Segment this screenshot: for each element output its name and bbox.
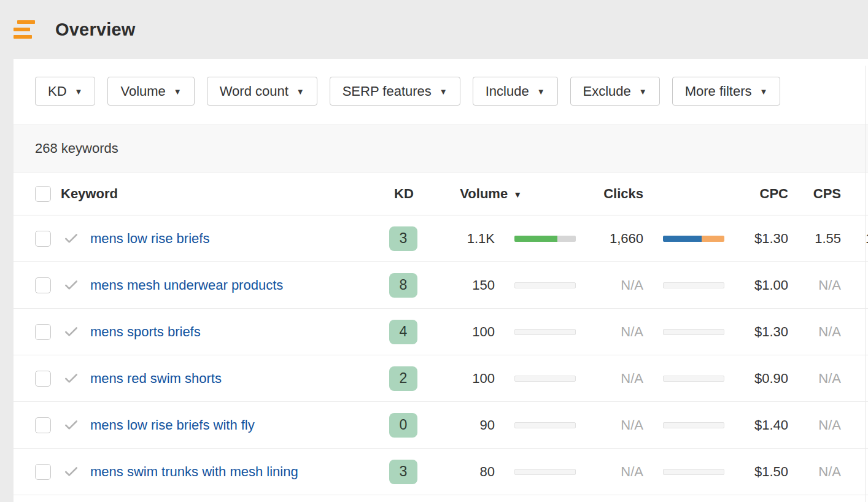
cps-value: N/A bbox=[788, 417, 841, 433]
keyword-link[interactable]: mens mesh underwear products bbox=[79, 277, 389, 293]
filter-button-label: Volume bbox=[120, 83, 165, 99]
clicks-bar-empty bbox=[663, 329, 724, 335]
clicks-bar-empty bbox=[663, 282, 724, 288]
cpc-value: $0.90 bbox=[724, 371, 788, 387]
volume-value: 1.1K bbox=[419, 231, 495, 247]
row-checkbox[interactable] bbox=[35, 324, 51, 340]
app-header: Overview bbox=[0, 0, 868, 59]
clicks-bar-empty bbox=[663, 422, 724, 428]
filter-button-word-count[interactable]: Word count▼ bbox=[207, 77, 317, 106]
filter-button-label: Exclude bbox=[583, 83, 631, 99]
filter-button-exclude[interactable]: Exclude▼ bbox=[570, 77, 660, 106]
volume-value: 150 bbox=[419, 277, 495, 293]
clipped-next-column-value: 1 bbox=[841, 231, 868, 247]
keyword-link[interactable]: mens low rise briefs bbox=[79, 231, 389, 247]
filter-button-more-filters[interactable]: More filters▼ bbox=[672, 77, 781, 106]
column-header-keyword[interactable]: Keyword bbox=[51, 186, 389, 202]
volume-bar-empty bbox=[514, 469, 576, 475]
keyword-link[interactable]: mens swim trunks with mesh lining bbox=[79, 464, 389, 480]
kd-badge: 0 bbox=[389, 413, 417, 438]
column-header-cps[interactable]: CPS bbox=[788, 186, 841, 202]
volume-bar-empty bbox=[514, 282, 576, 288]
volume-bar bbox=[514, 236, 576, 242]
row-checkbox[interactable] bbox=[35, 464, 51, 480]
chevron-down-icon: ▼ bbox=[174, 87, 182, 96]
volume-value: 100 bbox=[419, 324, 495, 340]
content-panel: KD▼Volume▼Word count▼SERP features▼Inclu… bbox=[14, 59, 868, 502]
chevron-down-icon: ▼ bbox=[296, 87, 304, 96]
filter-button-kd[interactable]: KD▼ bbox=[35, 77, 95, 106]
clicks-bar-empty bbox=[663, 376, 724, 382]
filter-button-label: SERP features bbox=[343, 83, 432, 99]
filter-button-label: Word count bbox=[220, 83, 289, 99]
kd-badge: 4 bbox=[389, 320, 417, 344]
hamburger-bar bbox=[17, 20, 35, 24]
cpc-value: $1.30 bbox=[724, 324, 788, 340]
add-to-list-check-icon[interactable] bbox=[51, 417, 79, 433]
row-checkbox[interactable] bbox=[35, 417, 51, 433]
row-checkbox[interactable] bbox=[35, 277, 51, 293]
table-row: mens low rise briefs31.1K1,660$1.301.551 bbox=[14, 215, 868, 262]
volume-bar-empty bbox=[514, 376, 576, 382]
add-to-list-check-icon[interactable] bbox=[51, 277, 79, 293]
hamburger-menu-icon[interactable] bbox=[14, 20, 36, 39]
clicks-value: N/A bbox=[576, 277, 643, 293]
chevron-down-icon: ▼ bbox=[75, 87, 83, 96]
cps-value: 1.55 bbox=[788, 231, 841, 247]
cpc-value: $1.30 bbox=[724, 231, 788, 247]
hamburger-bar bbox=[14, 28, 30, 31]
volume-value: 90 bbox=[419, 417, 495, 433]
add-to-list-check-icon[interactable] bbox=[51, 464, 79, 480]
filter-button-label: KD bbox=[48, 83, 67, 99]
volume-bar-empty bbox=[514, 329, 576, 335]
table-header-row: Keyword KD Volume ▼ Clicks CPC CPS bbox=[14, 172, 868, 215]
column-header-cpc[interactable]: CPC bbox=[724, 186, 788, 202]
table-row: mens swim trunks with mesh lining380N/A$… bbox=[14, 449, 868, 495]
add-to-list-check-icon[interactable] bbox=[51, 324, 79, 340]
chevron-down-icon: ▼ bbox=[639, 87, 647, 96]
filter-button-volume[interactable]: Volume▼ bbox=[107, 77, 194, 106]
table-body: mens low rise briefs31.1K1,660$1.301.551… bbox=[14, 215, 868, 495]
cpc-value: $1.50 bbox=[724, 464, 788, 480]
row-checkbox[interactable] bbox=[35, 231, 51, 247]
clicks-value: 1,660 bbox=[576, 231, 643, 247]
volume-value: 80 bbox=[419, 464, 495, 480]
hamburger-bar bbox=[14, 35, 32, 39]
cpc-value: $1.40 bbox=[724, 417, 788, 433]
column-header-volume[interactable]: Volume ▼ bbox=[419, 186, 576, 202]
filter-button-label: Include bbox=[486, 83, 529, 99]
keyword-count-band: 268 keywords bbox=[14, 125, 868, 172]
cpc-value: $1.00 bbox=[724, 277, 788, 293]
clicks-value: N/A bbox=[576, 324, 643, 340]
column-header-kd[interactable]: KD bbox=[389, 186, 419, 202]
chevron-down-icon: ▼ bbox=[537, 87, 545, 96]
volume-bar-empty bbox=[514, 422, 576, 428]
table-row: mens low rise briefs with fly090N/A$1.40… bbox=[14, 402, 868, 449]
table-row: mens red swim shorts2100N/A$0.90N/A bbox=[14, 355, 868, 402]
select-all-checkbox[interactable] bbox=[35, 186, 51, 202]
keyword-link[interactable]: mens low rise briefs with fly bbox=[79, 417, 389, 433]
keyword-link[interactable]: mens red swim shorts bbox=[79, 371, 389, 387]
clicks-bar bbox=[663, 236, 724, 242]
row-checkbox[interactable] bbox=[35, 371, 51, 387]
cps-value: N/A bbox=[788, 464, 841, 480]
filter-button-serp-features[interactable]: SERP features▼ bbox=[330, 77, 460, 106]
page-title: Overview bbox=[55, 20, 136, 40]
chevron-down-icon: ▼ bbox=[440, 87, 448, 96]
cps-value: N/A bbox=[788, 371, 841, 387]
table-row: mens mesh underwear products8150N/A$1.00… bbox=[14, 262, 868, 309]
clicks-bar-empty bbox=[663, 469, 724, 475]
keyword-link[interactable]: mens sports briefs bbox=[79, 324, 389, 340]
add-to-list-check-icon[interactable] bbox=[51, 231, 79, 247]
filters-row: KD▼Volume▼Word count▼SERP features▼Inclu… bbox=[14, 59, 868, 125]
column-header-clicks[interactable]: Clicks bbox=[576, 186, 643, 202]
filter-button-include[interactable]: Include▼ bbox=[473, 77, 558, 106]
sort-desc-icon: ▼ bbox=[513, 190, 522, 199]
clicks-value: N/A bbox=[576, 464, 643, 480]
add-to-list-check-icon[interactable] bbox=[51, 371, 79, 387]
volume-value: 100 bbox=[419, 371, 495, 387]
cps-value: N/A bbox=[788, 324, 841, 340]
kd-badge: 3 bbox=[389, 460, 417, 484]
column-header-volume-label: Volume bbox=[460, 186, 508, 202]
kd-badge: 8 bbox=[389, 273, 417, 298]
